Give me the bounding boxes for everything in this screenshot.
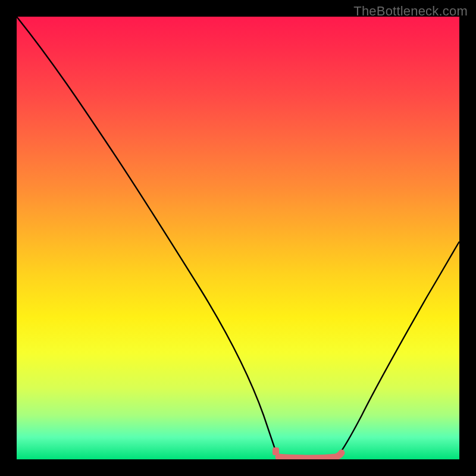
watermark-text: TheBottleneck.com [353,4,468,19]
plot-area [17,17,459,459]
bottleneck-curve [17,17,459,459]
curve-path [17,17,459,458]
flat-region-strip [278,453,342,458]
